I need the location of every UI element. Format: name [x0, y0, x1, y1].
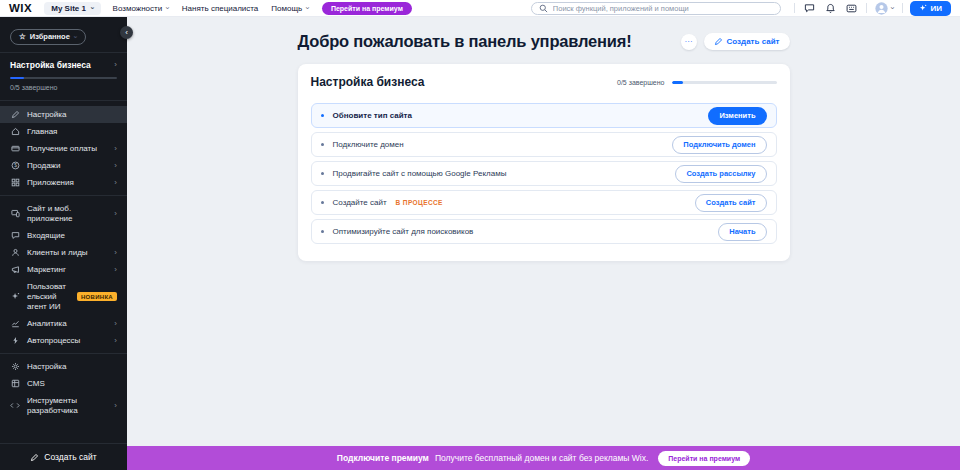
- task-row-update-site-type[interactable]: Обновите тип сайта Изменить: [311, 103, 777, 128]
- sidebar-item-cms[interactable]: CMS: [0, 375, 127, 392]
- inbox-icon: [10, 231, 20, 240]
- chevron-right-icon: ›: [114, 178, 117, 187]
- favorites-row: ☆ Избранное › ‹: [0, 17, 127, 53]
- go-premium-button[interactable]: Перейти на премиум: [658, 451, 750, 466]
- sidebar-item-sales[interactable]: $ Продажи ›: [0, 157, 127, 174]
- site-mobile-icon: [10, 209, 20, 218]
- chevron-down-icon: ›: [88, 7, 96, 10]
- menu-features[interactable]: Возможности ›: [113, 4, 169, 13]
- upgrade-premium-button[interactable]: Перейти на премиум: [322, 2, 412, 15]
- chevron-right-icon: ›: [114, 209, 117, 218]
- account-menu[interactable]: ›: [875, 2, 894, 15]
- ai-agent-sparkle-icon: [10, 292, 20, 301]
- sidebar: ☆ Избранное › ‹ Настройка бизнеса › 0/5 …: [0, 17, 127, 470]
- sidebar-item-analytics[interactable]: Аналитика ›: [0, 315, 127, 332]
- menu-help[interactable]: Помощь ›: [271, 4, 309, 13]
- wix-dashboard: WIX My Site 1 › Возможности › Нанять спе…: [0, 0, 960, 470]
- gear-icon: [10, 362, 20, 371]
- marketing-megaphone-icon: [10, 265, 20, 274]
- sparkle-icon: [919, 4, 927, 12]
- chevron-right-icon: ›: [114, 319, 117, 328]
- pencil-icon: [714, 37, 723, 46]
- sales-icon: $: [10, 161, 20, 170]
- apps-grid-icon[interactable]: [846, 3, 857, 14]
- divider: [0, 195, 127, 196]
- menu-hire-professional[interactable]: Нанять специалиста: [182, 4, 258, 13]
- bullet-dot: [321, 230, 324, 233]
- chevron-right-icon: ›: [114, 60, 117, 69]
- chevron-down-icon: ›: [888, 7, 896, 10]
- home-icon: [10, 127, 20, 136]
- sidebar-item-marketing[interactable]: Маркетинг ›: [0, 261, 127, 278]
- chevron-right-icon: ›: [114, 401, 117, 410]
- search-input[interactable]: [553, 4, 773, 13]
- setup-checklist-card: Настройка бизнеса 0/5 завершено Обновите…: [298, 64, 790, 261]
- card-progress-label: 0/5 завершено: [617, 79, 664, 86]
- task-list: Обновите тип сайта Изменить Подключите д…: [311, 103, 777, 244]
- avatar: [875, 2, 888, 15]
- premium-banner: Подключите премиум Получите бесплатный д…: [127, 446, 960, 470]
- chevron-right-icon: ›: [114, 144, 117, 153]
- banner-text: Получите бесплатный домен и сайт без рек…: [435, 453, 648, 463]
- setup-progress-track: [10, 77, 117, 80]
- sidebar-item-automations[interactable]: Автопроцессы ›: [0, 332, 127, 349]
- task-row-google-ads[interactable]: Продвигайте сайт с помощью Google Реклам…: [311, 161, 777, 186]
- sidebar-item-settings[interactable]: Настройка: [0, 358, 127, 375]
- favorites-button[interactable]: ☆ Избранное ›: [10, 29, 86, 45]
- connect-domain-button[interactable]: Подключить домен: [672, 136, 766, 154]
- main-content: Добро пожаловать в панель управления! ··…: [127, 17, 960, 446]
- banner-title: Подключите премиум: [337, 453, 429, 463]
- sidebar-item-ai-agent[interactable]: Пользовательский агент ИИ НОВИНКА: [0, 278, 127, 315]
- bullet-dot: [321, 143, 324, 146]
- create-campaign-button[interactable]: Создать рассылку: [675, 165, 766, 183]
- new-badge: НОВИНКА: [77, 292, 117, 301]
- star-icon: ☆: [19, 32, 26, 41]
- chevron-down-icon: ›: [304, 7, 312, 10]
- setup-progress-fill: [10, 77, 24, 80]
- task-row-connect-domain[interactable]: Подключите домен Подключить домен: [311, 132, 777, 157]
- setup-progress-section[interactable]: Настройка бизнеса › 0/5 завершено: [0, 53, 127, 102]
- change-button[interactable]: Изменить: [708, 107, 766, 125]
- search-bar[interactable]: [531, 2, 781, 15]
- notifications-bell-icon[interactable]: [825, 3, 836, 14]
- sidebar-item-home[interactable]: Главная: [0, 123, 127, 140]
- page-header: Добро пожаловать в панель управления! ··…: [298, 32, 790, 51]
- collapse-sidebar-button[interactable]: ‹: [120, 26, 133, 39]
- apps-icon: [10, 178, 20, 187]
- chevron-right-icon: ›: [114, 248, 117, 257]
- divider: [794, 3, 795, 13]
- chat-icon[interactable]: [804, 3, 815, 14]
- sidebar-item-setup[interactable]: Настройка: [0, 106, 127, 123]
- sidebar-item-site-mobile[interactable]: Сайт и моб. приложение ›: [0, 200, 127, 227]
- chevron-right-icon: ›: [114, 336, 117, 345]
- sidebar-item-devtools[interactable]: Инструменты разработчика ›: [0, 392, 127, 419]
- ai-assistant-button[interactable]: ИИ: [910, 1, 952, 16]
- card-progress-track: [672, 81, 777, 84]
- svg-text:$: $: [14, 163, 17, 168]
- cms-icon: [10, 379, 20, 388]
- payments-icon: [10, 144, 20, 153]
- site-selector[interactable]: My Site 1 ›: [44, 2, 100, 15]
- sidebar-item-payments[interactable]: Получение оплаты ›: [0, 140, 127, 157]
- card-progress: 0/5 завершено: [617, 79, 776, 86]
- pen-icon: [10, 110, 20, 119]
- setup-progress-label: 0/5 завершено: [10, 84, 117, 91]
- page-title: Добро пожаловать в панель управления!: [298, 32, 632, 51]
- setup-progress-header[interactable]: Настройка бизнеса ›: [10, 60, 117, 70]
- sidebar-nav: Настройка Главная Получение оплаты › $ П…: [0, 101, 127, 419]
- task-row-create-site[interactable]: Создайте сайт В ПРОЦЕССЕ Создать сайт: [311, 190, 777, 215]
- sidebar-item-inbox[interactable]: Входящие: [0, 227, 127, 244]
- setup-progress-title: Настройка бизнеса: [10, 60, 91, 70]
- chevron-down-icon: ›: [164, 7, 172, 10]
- task-row-seo[interactable]: Оптимизируйте сайт для поисковиков Начат…: [311, 219, 777, 244]
- wix-logo: WIX: [9, 2, 32, 14]
- create-site-button[interactable]: Создать сайт: [704, 33, 790, 50]
- sidebar-create-site-button[interactable]: Создать сайт: [0, 443, 127, 470]
- sidebar-item-apps[interactable]: Приложения ›: [0, 174, 127, 191]
- code-icon: [10, 401, 20, 410]
- more-options-button[interactable]: ···: [681, 34, 697, 50]
- sidebar-item-contacts[interactable]: Клиенты и лиды ›: [0, 244, 127, 261]
- start-button[interactable]: Начать: [718, 223, 766, 241]
- card-progress-fill: [672, 81, 684, 84]
- create-site-task-button[interactable]: Создать сайт: [695, 194, 767, 212]
